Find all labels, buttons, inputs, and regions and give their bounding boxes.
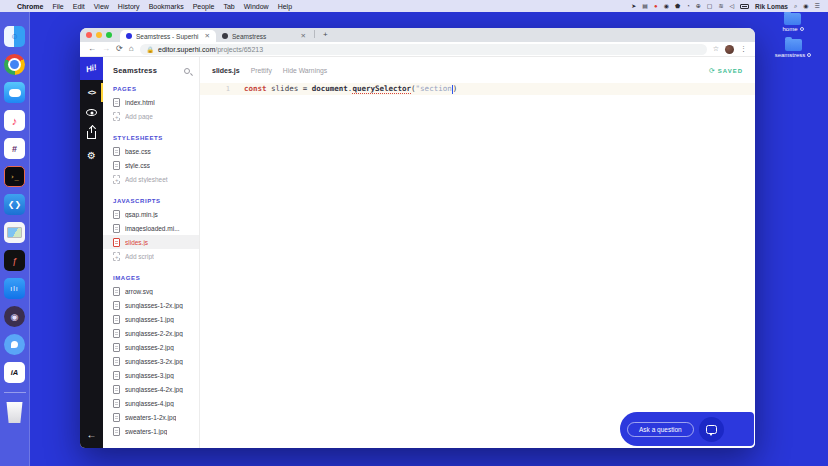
dock-item-finder[interactable]: ☺ [4,26,25,47]
ask-question-button[interactable]: Ask a question [627,422,694,437]
plus-icon[interactable]: ⊕ [696,3,701,9]
sidebar-file-sunglasses-4-2x-jpg[interactable]: sunglasses-4-2x.jpg [103,382,199,396]
menu-item-edit[interactable]: Edit [73,3,85,10]
dock-item-vscode[interactable]: ❮❯ [4,194,25,215]
minimize-window-button[interactable] [96,32,102,38]
back-button[interactable]: ← [88,45,96,53]
sidebar-add-button-add-page[interactable]: Add page [103,109,199,123]
battery-icon[interactable] [740,4,749,9]
display-icon[interactable]: ▢ [707,3,713,9]
sidebar-add-button-add-script[interactable]: Add script [103,249,199,263]
sidebar-file-sunglasses-1-2x-jpg[interactable]: sunglasses-1-2x.jpg [103,298,199,312]
dock-item-screenflow[interactable]: ◉ [4,306,25,327]
sidebar-file-sunglasses-2-jpg[interactable]: sunglasses-2.jpg [103,340,199,354]
accessibility-icon[interactable]: ◉ [664,3,669,9]
menu-bar-username[interactable]: Rik Lomas [755,3,788,10]
browser-profile-avatar[interactable] [725,45,734,54]
wifi-icon[interactable]: ≋ [718,3,723,9]
sidebar-file-style-css[interactable]: style.css [103,158,199,172]
back-to-dashboard-button[interactable]: ← [80,429,103,440]
clock-icon[interactable]: ◔ [686,3,690,9]
menu-item-history[interactable]: History [118,3,140,10]
folder-badge-icon [807,53,811,57]
add-file-icon [113,112,120,121]
sidebar-file-index-html[interactable]: index.html [103,95,199,109]
home-button[interactable]: ⌂ [129,45,134,53]
superhi-favicon [126,33,132,39]
siri-icon[interactable]: ◉ [803,3,808,9]
menu-item-help[interactable]: Help [278,3,292,10]
zoom-window-button[interactable] [106,32,112,38]
browser-tab-active[interactable]: Seamstress - Superhi ✕ [120,30,216,42]
dock-item-preview[interactable] [4,222,25,243]
chat-launcher-button[interactable] [699,417,724,442]
rail-preview-button[interactable] [80,109,103,116]
dock-item-terminal[interactable]: ›_ [4,166,25,187]
sidebar-file-base-css[interactable]: base.css [103,144,199,158]
add-file-icon [113,252,120,261]
dock-item-intercom[interactable]: ılı [4,278,25,299]
file-list: PAGESindex.htmlAdd pageSTYLESHEETSbase.c… [103,83,199,448]
rail-settings-button[interactable]: ⚙ [80,151,103,161]
sidebar-file-sunglasses-2-2x-jpg[interactable]: sunglasses-2-2x.jpg [103,326,199,340]
location-icon[interactable]: ➤ [631,3,636,9]
sidebar-file-sunglasses-1-jpg[interactable]: sunglasses-1.jpg [103,312,199,326]
dock-item-trash[interactable] [4,402,25,423]
hide-warnings-button[interactable]: Hide Warnings [283,67,327,74]
menu-item-file[interactable]: File [52,3,63,10]
sidebar-file-slides-js[interactable]: slides.js [103,235,199,249]
shield-icon[interactable]: ⬟ [675,3,680,9]
forward-button[interactable]: → [102,45,110,53]
address-bar[interactable]: 🔒 editor.superhi.com/projects/65213 [140,44,707,55]
sidebar-file-sunglasses-4-jpg[interactable]: sunglasses-4.jpg [103,396,199,410]
video-icon[interactable]: ▤ [642,3,648,9]
close-window-button[interactable] [86,32,92,38]
code-editor[interactable]: 1 const slides = document.querySelector(… [200,83,755,448]
sidebar-file-sweaters-1-jpg[interactable]: sweaters-1.jpg [103,424,199,438]
dock-item-messages[interactable] [4,82,25,103]
dock-item-twitterrific[interactable] [4,334,25,355]
sidebar-file-sunglasses-3-jpg[interactable]: sunglasses-3.jpg [103,368,199,382]
sidebar-file-gsap-min-js[interactable]: gsap.min.js [103,207,199,221]
sidebar-file-imagesloaded-mi-[interactable]: imagesloaded.mi... [103,221,199,235]
dock-item-music[interactable]: ♪ [4,110,25,131]
notification-center-icon[interactable]: ☰ [815,3,820,9]
menu-item-people[interactable]: People [193,3,215,10]
record-icon[interactable]: ● [654,3,658,9]
volume-icon[interactable]: ◁ [729,3,734,9]
dock-item-figma[interactable]: ƒ [4,250,25,271]
spotlight-search-icon[interactable]: ⌕ [794,3,797,9]
browser-menu-icon[interactable]: ⋮ [740,45,747,53]
menu-item-view[interactable]: View [94,3,109,10]
sidebar-file-arrow-svg[interactable]: arrow.svg [103,284,199,298]
sidebar-file-sunglasses-3-2x-jpg[interactable]: sunglasses-3-2x.jpg [103,354,199,368]
search-icon[interactable] [184,68,190,74]
close-tab-icon[interactable]: ✕ [205,32,210,40]
rail-publish-button[interactable] [80,128,103,139]
superhi-logo[interactable]: Hi! [80,57,103,80]
browser-tab-inactive[interactable]: Seamstress ✕ [216,30,312,42]
dock-item-ia-writer[interactable]: iA [4,362,25,383]
rail-code-button[interactable]: <> [80,88,103,97]
menu-item-window[interactable]: Window [244,3,269,10]
new-tab-button[interactable]: + [323,30,328,39]
menu-item-chrome[interactable]: Chrome [17,3,43,10]
save-status: ⟳ SAVED [709,67,743,74]
menu-item-bookmarks[interactable]: Bookmarks [149,3,184,10]
desktop-folder-seamstress[interactable]: seamstress [775,39,812,58]
dock-item-chrome[interactable] [4,54,25,75]
tab-strip: Seamstress - Superhi ✕ Seamstress ✕ + [80,28,755,42]
desktop-folder-home[interactable]: home [782,13,803,32]
bookmark-star-icon[interactable]: ☆ [713,45,719,53]
file-name: sweaters-1.jpg [125,428,167,435]
dock-item-slack[interactable]: # [4,138,25,159]
prettify-button[interactable]: Prettify [251,67,272,74]
active-code-line[interactable]: 1 const slides = document.querySelector(… [200,83,755,95]
close-tab-icon[interactable]: ✕ [301,32,306,40]
reload-button[interactable]: ⟳ [116,45,123,53]
menu-item-tab[interactable]: Tab [223,3,234,10]
sidebar-add-button-add-stylesheet[interactable]: Add stylesheet [103,172,199,186]
open-file-tab[interactable]: slides.js [212,67,240,74]
sidebar-file-sweaters-1-2x-jpg[interactable]: sweaters-1-2x.jpg [103,410,199,424]
code-token: ) [453,84,458,93]
